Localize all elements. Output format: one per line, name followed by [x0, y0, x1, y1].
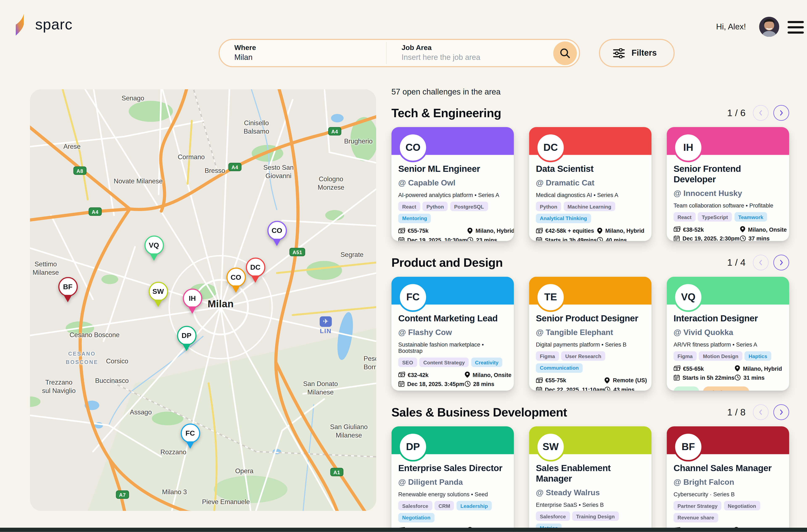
filters-icon [613, 48, 625, 58]
map-pin-dp[interactable]: DP [177, 326, 197, 351]
results-panel: 57 open challenges in the area Tech & En… [391, 87, 789, 532]
job-card[interactable]: BF Channel Sales Manager @ Bright Falcon… [667, 426, 789, 532]
salary-value: €55-65k [683, 365, 704, 372]
job-title: Data Scientist [536, 164, 645, 174]
avatar-image [759, 17, 779, 37]
road-badge-a4: A4 [228, 163, 241, 171]
salary-detail: €55-75k [398, 227, 467, 234]
company-name[interactable]: @ Vivid Quokka [674, 328, 783, 337]
pagination: 1 / 4 [727, 255, 789, 270]
job-card[interactable]: DP Enterprise Sales Director @ Diligent … [391, 426, 514, 532]
pagination: 1 / 8 [727, 404, 789, 420]
date-value: Dec 22, 2025. 11:10am [545, 386, 605, 391]
duration-value: 23 mins [476, 236, 497, 241]
job-section: Sales & Business Development 1 / 8 DP En… [391, 404, 789, 532]
job-card[interactable]: FC Content Marketing Lead @ Flashy Cow S… [391, 277, 514, 391]
next-page-button[interactable] [773, 255, 789, 270]
company-initials-avatar: DC [536, 133, 565, 163]
search-button[interactable] [553, 41, 577, 65]
map-pin-dc[interactable]: DC [245, 258, 265, 283]
logo[interactable]: sparc [16, 14, 73, 36]
pin-tail [186, 441, 195, 449]
filters-button[interactable]: Filters [599, 39, 675, 67]
avatar[interactable] [759, 17, 779, 37]
chevron-right-icon [777, 109, 785, 117]
company-name[interactable]: @ Innocent Husky [674, 189, 783, 198]
job-card[interactable]: IH Senior Frontend Developer @ Innocent … [667, 127, 789, 241]
tag-list: ReactPythonPostgreSQLMentoring [398, 202, 507, 223]
next-page-button[interactable] [773, 404, 789, 420]
company-description: Cybersecurity · Series B [674, 491, 783, 497]
map-panel[interactable]: MilanSenagoCiniselloBalsamoBrugherioAres… [30, 89, 377, 511]
next-page-button[interactable] [773, 105, 789, 121]
tag: Negotiation [724, 501, 760, 510]
duration-detail: 40 mins [597, 236, 645, 241]
map-pin-sw[interactable]: SW [148, 282, 168, 307]
prev-page-button[interactable] [753, 105, 769, 121]
tag: Analytical Thinking [536, 213, 591, 223]
location-value: Milano, Hybrid [743, 365, 782, 372]
duration-value: 40 mins [606, 236, 627, 241]
tag: Motion Design [699, 352, 742, 361]
company-name[interactable]: @ Steady Walrus [536, 488, 645, 497]
company-description: Team collaboration software • Profitable [674, 202, 783, 209]
clock-icon [597, 236, 603, 241]
hamburger-menu-icon[interactable] [788, 21, 804, 34]
company-name[interactable]: @ Bright Falcon [674, 477, 783, 487]
job-card[interactable]: SW Sales Enablement Manager @ Steady Wal… [529, 426, 652, 532]
company-name[interactable]: @ Flashy Cow [398, 328, 507, 337]
where-field[interactable]: Where [220, 40, 386, 66]
where-label: Where [234, 44, 386, 52]
location-detail: Milano, Hybrid [734, 365, 782, 372]
company-name[interactable]: @ Dramatic Cat [536, 178, 645, 187]
money-icon [674, 226, 680, 232]
job-card[interactable]: DC Data Scientist @ Dramatic Cat Medical… [529, 127, 652, 241]
job-area-input[interactable] [402, 52, 546, 61]
date-detail: Dec 19, 2025. 10:30am [398, 236, 467, 241]
pin-initials: SW [148, 282, 168, 301]
job-area-field[interactable]: Job Area [387, 40, 553, 66]
map-pin-co[interactable]: CO [226, 268, 246, 293]
tag: User Research [561, 352, 605, 361]
prev-page-button[interactable] [753, 255, 769, 270]
pagination-fraction: 1 / 6 [727, 107, 746, 118]
where-input[interactable] [234, 52, 379, 61]
pagination-fraction: 1 / 8 [727, 406, 746, 418]
map-pin-fc[interactable]: FC [180, 424, 200, 449]
chevron-left-icon [757, 109, 765, 117]
location-value: Milano, Onsite [748, 226, 787, 232]
tag-list: FigmaMotion DesignHaptics [674, 352, 783, 361]
job-card[interactable]: VQ Interaction Designer @ Vivid Quokka A… [667, 277, 789, 391]
location-detail: Milano, Hybrid [597, 227, 645, 234]
map-pin-bf[interactable]: BF [58, 277, 78, 302]
tag-list: FigmaUser ResearchCommunication [536, 352, 645, 373]
map-pin-ih[interactable]: IH [182, 289, 202, 314]
chevron-right-icon [777, 408, 785, 416]
company-initials-avatar: FC [398, 283, 428, 312]
money-icon [536, 228, 543, 233]
map-pin-co[interactable]: CO [267, 221, 287, 246]
location-value: Milano, Hybrid [476, 227, 514, 234]
pin-initials: IH [183, 289, 202, 308]
prev-page-button[interactable] [753, 404, 769, 420]
job-card[interactable]: TE Senior Product Designer @ Tangible El… [529, 277, 652, 391]
chevron-right-icon [777, 259, 785, 266]
duration-value: 37 mins [749, 235, 770, 241]
company-description: Enterprise SaaS • Series B [536, 501, 645, 508]
company-initials-avatar: CO [398, 133, 428, 163]
company-name[interactable]: @ Tangible Elephant [536, 328, 645, 337]
company-initials-avatar: DP [398, 432, 428, 462]
job-title: Enterprise Sales Director [398, 463, 507, 474]
tag: Creativity [471, 358, 502, 367]
map-pin-vq[interactable]: VQ [144, 236, 164, 261]
tag: React [674, 212, 695, 222]
date-value: Starts in 3h 49mins [545, 236, 597, 241]
date-detail: Starts in 3h 49mins [536, 236, 597, 241]
job-title: Interaction Designer [674, 314, 783, 324]
company-name[interactable]: @ Diligent Panda [398, 477, 507, 487]
job-card[interactable]: CO Senior ML Engineer @ Capable Owl AI-p… [391, 127, 514, 241]
section-title: Product and Design [391, 255, 503, 270]
company-name[interactable]: @ Capable Owl [398, 178, 507, 187]
tag: Training Design [572, 511, 619, 521]
clock-icon [604, 386, 611, 391]
